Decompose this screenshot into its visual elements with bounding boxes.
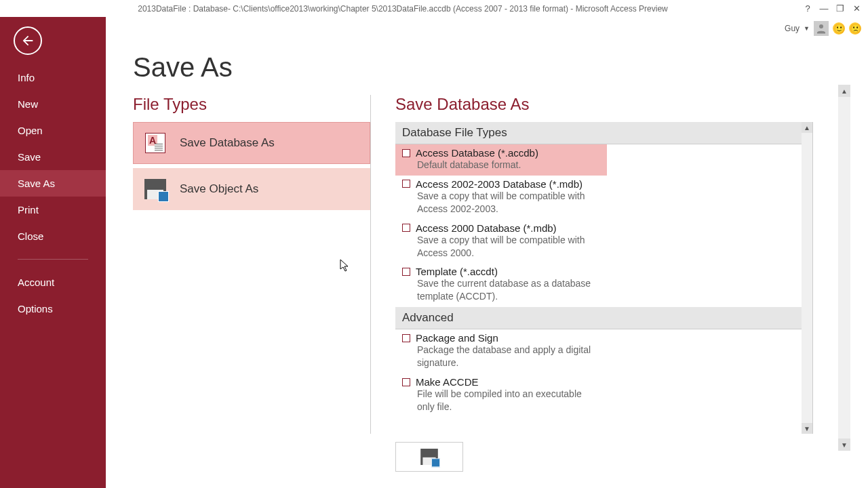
scroll-down-icon[interactable]: ▼ [802,423,812,434]
outer-scrollbar[interactable]: ▲ ▼ [838,85,850,451]
disk-icon [420,449,438,465]
right-heading: Save Database As [395,95,837,114]
user-bar: Guy ▼ 🙂 🙁 [106,17,868,40]
opt-access-2002-2003[interactable]: Access 2002-2003 Database (*.mdb) Save a… [395,176,812,220]
group-header-database-file-types: Database File Types [395,122,812,144]
file-type-save-database-as[interactable]: Save Database As [133,122,370,164]
titlebar: 2013DataFile : Database- C:\Clients\offi… [0,0,868,17]
nav-print[interactable]: Print [0,197,106,223]
svg-point-0 [819,24,823,28]
scroll-up-icon[interactable]: ▲ [802,122,812,133]
nav-save[interactable]: Save [0,144,106,170]
arrow-left-icon [20,33,35,48]
avatar[interactable] [814,21,829,36]
accde-icon [402,378,410,386]
column-divider [370,95,371,434]
access-db-icon [143,131,167,155]
feedback-happy-icon[interactable]: 🙂 [833,22,845,35]
disk-icon [143,177,167,201]
nav-account[interactable]: Account [0,269,106,296]
backstage-sidebar: Info New Open Save Save As Print Close A… [0,17,106,488]
nav-divider [18,259,88,260]
opt-make-accde[interactable]: Make ACCDE File will be compiled into an… [395,373,812,418]
nav-open[interactable]: Open [0,117,106,144]
file-type-label: Save Database As [180,136,275,150]
window-title: 2013DataFile : Database- C:\Clients\offi… [3,4,803,14]
inner-scrollbar[interactable]: ▲ ▼ [802,122,812,434]
nav-save-as[interactable]: Save As [0,170,106,197]
options-panel: Database File Types Access Database (*.a… [395,122,813,434]
opt-access-2000[interactable]: Access 2000 Database (*.mdb) Save a copy… [395,220,812,264]
person-icon [815,22,827,35]
file-type-label: Save Object As [180,182,258,196]
db-file-icon [402,149,410,157]
help-icon[interactable]: ? [803,4,812,14]
back-button[interactable] [14,26,42,55]
package-icon [402,334,410,342]
db-file-icon [402,224,410,232]
nav-options[interactable]: Options [0,296,106,322]
close-icon[interactable]: ✕ [852,4,861,14]
db-file-icon [402,268,410,276]
file-type-save-object-as[interactable]: Save Object As [133,168,370,210]
opt-package-and-sign[interactable]: Package and Sign Package the database an… [395,329,812,373]
user-name[interactable]: Guy [785,24,800,33]
nav-new[interactable]: New [0,91,106,117]
feedback-sad-icon[interactable]: 🙁 [849,22,861,35]
opt-template[interactable]: Template (*.accdt) Save the current data… [395,263,812,307]
group-header-advanced: Advanced [395,307,812,329]
opt-access-database[interactable]: Access Database (*.accdb) Default databa… [395,144,607,176]
nav-close[interactable]: Close [0,223,106,249]
scroll-up-icon[interactable]: ▲ [838,85,850,97]
file-types-heading: File Types [133,95,370,114]
save-database-as-column: Save Database As Database File Types Acc… [395,95,868,488]
chevron-down-icon[interactable]: ▼ [804,25,810,32]
file-types-column: File Types Save Database As Save Object … [133,95,370,488]
minimize-icon[interactable]: — [819,4,829,14]
page-title: Save As [133,52,868,83]
scroll-down-icon[interactable]: ▼ [838,439,850,451]
mouse-cursor-icon [340,259,351,272]
restore-icon[interactable]: ❐ [835,4,845,14]
db-file-icon [402,180,410,188]
save-as-button[interactable] [395,442,463,472]
nav-info[interactable]: Info [0,64,106,91]
